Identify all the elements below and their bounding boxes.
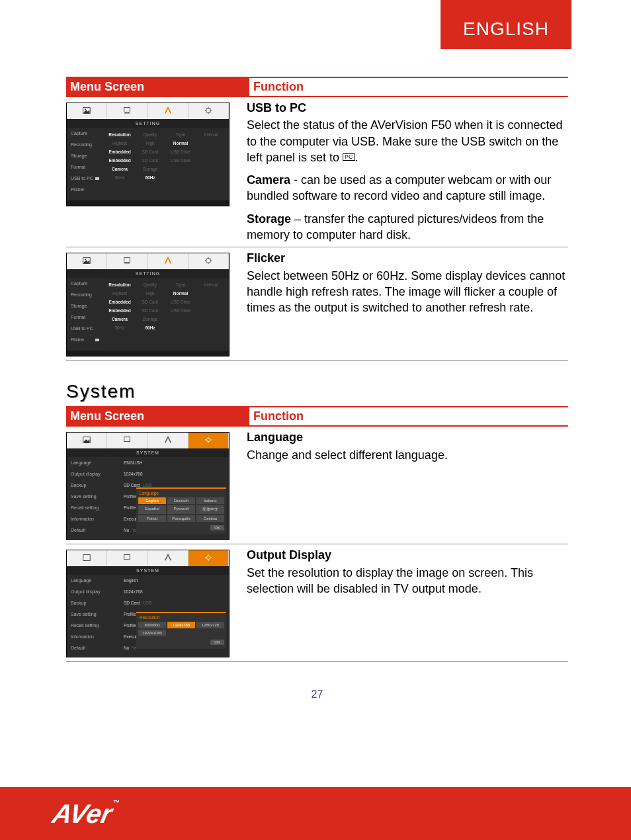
osd-side-item: Recording [67,139,102,150]
osd-side-item: Output display [67,468,120,480]
osd-subtitle: SYSTEM [67,448,229,457]
setting-tab-icon [148,103,189,119]
func-text: Select between 50Hz or 60Hz. Some displa… [247,268,568,316]
image-tab-icon [67,103,107,119]
osd-side-item: Information [67,513,120,525]
osd-side-item: USB to PC [67,323,102,334]
table2-row-output-display: SYSTEM Language Output display Backup Sa… [66,544,568,662]
osd-side-item: Recording [67,289,102,300]
table1-col-func: Function [249,78,568,96]
osd-side-item: Backup [67,597,120,609]
presentation-tab-icon [107,433,147,448]
system-tab-icon [189,253,229,269]
aver-logo: AVer™ [53,799,120,829]
language-popup: Language English Deutsch Italiano Españo… [136,487,226,534]
osd-side-item: Default [67,525,120,536]
osd-subtitle: SYSTEM [67,566,229,575]
osd-setting-flicker: SETTING Capture Recording Storage Format… [66,253,230,357]
system-tab-icon [189,550,229,566]
svg-point-13 [206,556,210,560]
svg-rect-2 [124,108,130,112]
svg-point-10 [206,439,210,442]
system-tab-icon [189,103,229,119]
footer-bar: AVer™ [0,787,631,840]
table2-col-menu: Menu Screen [66,407,249,425]
presentation-tab-icon [107,253,147,269]
image-tab-icon [67,550,107,566]
table2-row-language: SYSTEM Language Output display Backup Sa… [66,427,568,544]
osd-side-item: Output display [67,586,120,597]
func-title-flicker: Flicker [247,250,568,266]
osd-side-item: Storage [67,300,102,312]
image-tab-icon [67,433,107,448]
pc-icon: PC [343,153,355,161]
osd-side-item: Storage [67,150,102,161]
resolution-popup: Resolution 800x600 1024x768 1280x720 192… [136,612,226,649]
osd-system-output-display: SYSTEM Language Output display Backup Sa… [66,550,230,657]
func-text: Change and select different language. [247,447,568,463]
language-tab: ENGLISH [441,0,571,49]
func-title-usb-to-pc: USB to PC [247,100,568,116]
osd-side-item: Format [67,161,102,173]
osd-side-item: Recall setting [67,502,120,513]
osd-subtitle: SETTING [67,119,229,128]
osd-side-item: Recall setting [67,620,120,631]
osd-side-item-selected: Flicker [67,334,102,345]
system-tab-icon [189,433,229,448]
presentation-tab-icon [107,550,147,566]
func-text: Set the resolution to display the image … [247,565,568,597]
osd-side-item: Language [67,575,120,586]
osd-side-item: Save setting [67,609,120,620]
svg-rect-12 [124,555,130,560]
func-text: Storage – transfer the captured pictures… [247,211,568,243]
svg-point-1 [85,108,87,110]
table1-row-flicker: SETTING Capture Recording Storage Format… [66,247,568,361]
osd-side-item: Save setting [67,491,120,502]
table2-header: Menu Screen Function [66,406,568,427]
table1-header: Menu Screen Function [66,77,568,97]
osd-subtitle: SETTING [67,269,229,278]
func-title-output-display: Output Display [247,547,568,563]
osd-side-item: Flicker [67,184,102,195]
table2-col-func: Function [249,407,568,425]
system-heading: System [66,381,568,402]
setting-tab-icon [148,253,189,269]
osd-side-item: Information [67,631,120,642]
osd-setting-usb-to-pc: SETTING Capture Recording Storage Format… [66,103,230,206]
svg-rect-9 [124,437,130,442]
image-tab-icon [67,253,107,269]
osd-side-item: Backup [67,480,120,491]
setting-tab-icon [148,550,189,566]
osd-side-item: Capture [67,128,102,139]
func-text: Camera - can be used as a computer webca… [247,172,568,204]
func-text: Select the status of the AVerVision F50 … [247,117,568,165]
func-title-language: Language [247,429,568,445]
osd-side-item-selected: USB to PC [67,173,102,184]
osd-side-item: Default [67,642,120,653]
osd-side-item: Capture [67,278,102,289]
osd-system-language: SYSTEM Language Output display Backup Sa… [66,432,230,540]
svg-point-3 [206,108,210,113]
presentation-tab-icon [107,103,147,119]
svg-point-7 [206,259,210,263]
svg-rect-11 [83,555,91,561]
osd-side-item: Language [67,457,120,468]
svg-point-5 [85,259,87,261]
page-number: 27 [66,689,568,700]
osd-side-item: Format [67,312,102,323]
setting-tab-icon [148,433,189,448]
table1-row-usb-to-pc: SETTING Capture Recording Storage Format… [66,97,568,247]
table1-col-menu: Menu Screen [66,78,249,96]
svg-rect-6 [124,258,130,263]
